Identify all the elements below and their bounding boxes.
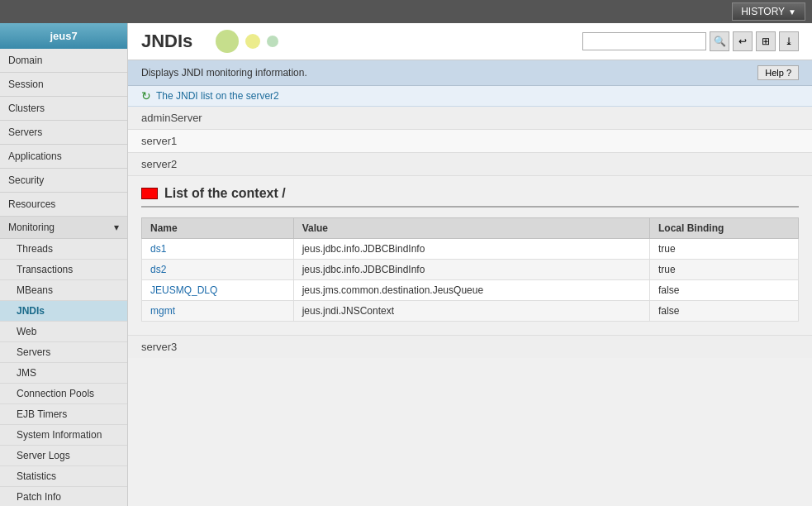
- cell-value: jeus.jms.common.destination.JeusQueue: [293, 280, 649, 301]
- content-header: JNDIs 🔍 ↩ ⊞ ⤓: [128, 23, 812, 60]
- refresh-icon: ↻: [141, 89, 151, 103]
- table-row[interactable]: ds1 jeus.jdbc.info.JDBCBindInfo true: [142, 239, 799, 260]
- name-link[interactable]: ds2: [150, 264, 166, 275]
- name-link[interactable]: JEUSMQ_DLQ: [150, 284, 217, 296]
- search-input[interactable]: [582, 32, 706, 50]
- cell-name: mgmt: [142, 301, 294, 322]
- sidebar-item-transactions[interactable]: Transactions: [0, 260, 127, 280]
- refresh-icon-btn[interactable]: ↩: [733, 31, 753, 51]
- name-link[interactable]: ds1: [150, 243, 166, 255]
- flag-icon: [141, 188, 158, 199]
- sidebar-item-threads[interactable]: Threads: [0, 239, 127, 260]
- name-link[interactable]: mgmt: [150, 305, 175, 317]
- cell-name: ds1: [142, 239, 294, 260]
- sidebar-item-resources[interactable]: Resources: [0, 193, 127, 217]
- sidebar-item-applications[interactable]: Applications: [0, 145, 127, 169]
- cell-value: jeus.jdbc.info.JDBCBindInfo: [293, 239, 649, 260]
- refresh-bar: ↻ The JNDI list on the server2: [128, 86, 812, 107]
- cell-value: jeus.jdbc.info.JDBCBindInfo: [293, 260, 649, 280]
- sidebar-item-clusters[interactable]: Clusters: [0, 97, 127, 121]
- sidebar-item-security[interactable]: Security: [0, 169, 127, 193]
- sidebar-item-session[interactable]: Session: [0, 73, 127, 97]
- sidebar-item-jms[interactable]: JMS: [0, 363, 127, 384]
- table-row[interactable]: mgmt jeus.jndi.JNSContext false: [142, 301, 799, 322]
- sidebar-item-servers[interactable]: Servers: [0, 121, 127, 145]
- cell-local-binding: false: [649, 280, 798, 301]
- context-title: List of the context /: [141, 186, 799, 208]
- jndi-table: Name Value Local Binding ds1 jeus.jdbc.i…: [141, 217, 799, 322]
- col-local-binding: Local Binding: [649, 218, 798, 239]
- table-row[interactable]: JEUSMQ_DLQ jeus.jms.common.destination.J…: [142, 280, 799, 301]
- col-value: Value: [293, 218, 649, 239]
- cell-local-binding: true: [649, 239, 798, 260]
- header-circles: [216, 30, 278, 53]
- header-icons: 🔍 ↩ ⊞ ⤓: [582, 31, 799, 51]
- sidebar-item-jndis[interactable]: JNDIs: [0, 301, 127, 322]
- circle-green: [216, 30, 239, 53]
- cell-name: ds2: [142, 260, 294, 280]
- sidebar-item-patch-info[interactable]: Patch Info: [0, 487, 127, 506]
- server-row-server1[interactable]: server1: [128, 130, 812, 153]
- cell-local-binding: true: [649, 260, 798, 280]
- cell-local-binding: false: [649, 301, 798, 322]
- monitoring-label: Monitoring: [8, 222, 55, 233]
- top-bar: HISTORY: [0, 0, 812, 23]
- server-row-server3[interactable]: server3: [128, 335, 812, 358]
- export-icon-btn[interactable]: ⤓: [779, 31, 799, 51]
- sidebar-item-statistics[interactable]: Statistics: [0, 466, 127, 487]
- server-row-admin[interactable]: adminServer: [128, 107, 812, 130]
- col-name: Name: [142, 218, 294, 239]
- sidebar-item-servers-mon[interactable]: Servers: [0, 342, 127, 363]
- monitoring-header[interactable]: Monitoring ▾: [0, 217, 127, 239]
- sidebar-item-web[interactable]: Web: [0, 322, 127, 342]
- server-row-server2[interactable]: server2: [128, 153, 812, 176]
- info-text: Displays JNDI monitoring information.: [141, 67, 307, 79]
- sidebar-item-connection-pools[interactable]: Connection Pools: [0, 384, 127, 404]
- sidebar-item-domain[interactable]: Domain: [0, 49, 127, 73]
- cell-value: jeus.jndi.JNSContext: [293, 301, 649, 322]
- search-icon-btn[interactable]: 🔍: [710, 31, 729, 51]
- sidebar-item-system-information[interactable]: System Information: [0, 425, 127, 446]
- refresh-text: The JNDI list on the server2: [156, 90, 279, 102]
- main-layout: jeus7 Domain Session Clusters Servers Ap…: [0, 23, 812, 506]
- context-section: List of the context /: [128, 176, 812, 211]
- sidebar-item-ejb-timers[interactable]: EJB Timers: [0, 404, 127, 425]
- info-bar: Displays JNDI monitoring information. He…: [128, 60, 812, 86]
- page-title: JNDIs: [141, 31, 192, 52]
- sidebar-title: jeus7: [0, 23, 127, 49]
- sidebar: jeus7 Domain Session Clusters Servers Ap…: [0, 23, 128, 506]
- sidebar-item-mbeans[interactable]: MBeans: [0, 280, 127, 301]
- monitoring-toggle-icon: ▾: [114, 222, 119, 233]
- circle-light-green: [267, 36, 278, 47]
- cell-name: JEUSMQ_DLQ: [142, 280, 294, 301]
- main-content: JNDIs 🔍 ↩ ⊞ ⤓ Displays JNDI monitoring i…: [128, 23, 812, 506]
- table-row[interactable]: ds2 jeus.jdbc.info.JDBCBindInfo true: [142, 260, 799, 280]
- circle-yellow: [245, 34, 260, 49]
- sidebar-item-server-logs[interactable]: Server Logs: [0, 446, 127, 466]
- history-button[interactable]: HISTORY: [732, 2, 805, 21]
- grid-icon-btn[interactable]: ⊞: [756, 31, 776, 51]
- help-button[interactable]: Help ?: [757, 65, 799, 80]
